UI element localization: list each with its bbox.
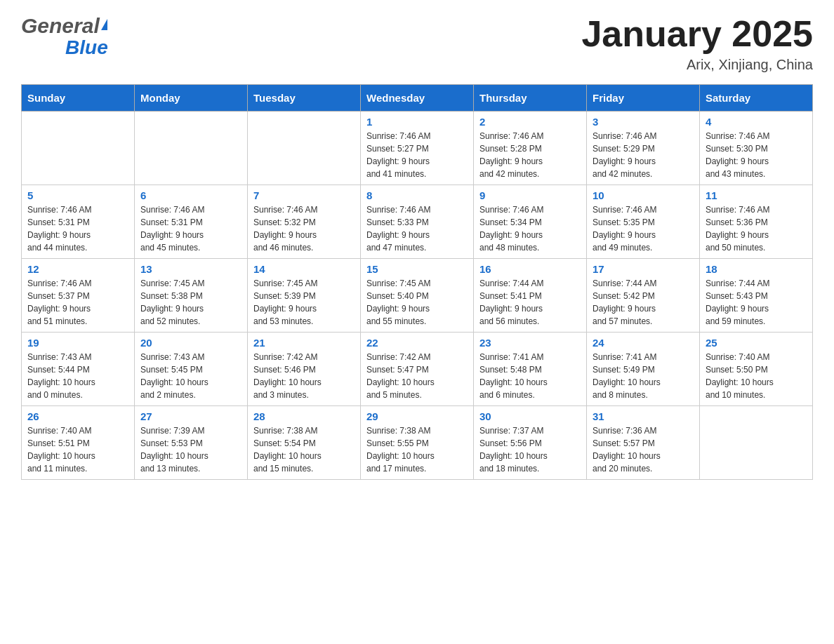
day-info: Sunrise: 7:46 AMSunset: 5:27 PMDaylight:… — [366, 130, 468, 180]
day-info: Sunrise: 7:46 AMSunset: 5:32 PMDaylight:… — [253, 203, 355, 254]
day-number: 30 — [479, 410, 581, 422]
day-info: Sunrise: 7:40 AMSunset: 5:51 PMDaylight:… — [27, 424, 128, 475]
day-info: Sunrise: 7:43 AMSunset: 5:44 PMDaylight:… — [27, 351, 128, 401]
day-info: Sunrise: 7:46 AMSunset: 5:29 PMDaylight:… — [593, 130, 694, 180]
day-number: 2 — [479, 116, 581, 128]
day-info: Sunrise: 7:38 AMSunset: 5:54 PMDaylight:… — [253, 424, 355, 475]
calendar-day-cell: 22Sunrise: 7:42 AMSunset: 5:47 PMDayligh… — [361, 333, 474, 406]
day-number: 19 — [27, 337, 128, 349]
day-number: 17 — [593, 263, 694, 275]
day-number: 18 — [706, 263, 807, 275]
day-info: Sunrise: 7:36 AMSunset: 5:57 PMDaylight:… — [593, 424, 694, 475]
title-block: January 2025 Arix, Xinjiang, China — [581, 14, 813, 73]
day-number: 21 — [253, 337, 355, 349]
page-header: General Blue January 2025 Arix, Xinjiang… — [21, 14, 813, 73]
calendar-day-cell — [22, 112, 135, 185]
calendar-day-header: Friday — [587, 85, 700, 112]
calendar-day-cell: 28Sunrise: 7:38 AMSunset: 5:54 PMDayligh… — [248, 406, 361, 480]
calendar-week-row: 5Sunrise: 7:46 AMSunset: 5:31 PMDaylight… — [22, 185, 813, 259]
day-number: 7 — [253, 189, 355, 201]
day-info: Sunrise: 7:42 AMSunset: 5:47 PMDaylight:… — [366, 351, 468, 401]
logo-general-text: General — [21, 14, 100, 37]
day-info: Sunrise: 7:46 AMSunset: 5:36 PMDaylight:… — [706, 203, 807, 254]
day-number: 5 — [27, 189, 128, 201]
day-number: 27 — [140, 410, 241, 422]
day-number: 9 — [479, 189, 581, 201]
calendar-day-cell: 21Sunrise: 7:42 AMSunset: 5:46 PMDayligh… — [248, 333, 361, 406]
calendar-week-row: 12Sunrise: 7:46 AMSunset: 5:37 PMDayligh… — [22, 259, 813, 333]
day-number: 25 — [706, 337, 807, 349]
calendar-day-cell: 11Sunrise: 7:46 AMSunset: 5:36 PMDayligh… — [700, 185, 813, 259]
day-info: Sunrise: 7:45 AMSunset: 5:39 PMDaylight:… — [253, 277, 355, 328]
day-info: Sunrise: 7:44 AMSunset: 5:43 PMDaylight:… — [706, 277, 807, 328]
day-number: 8 — [366, 189, 468, 201]
day-info: Sunrise: 7:37 AMSunset: 5:56 PMDaylight:… — [479, 424, 581, 475]
calendar-day-cell: 16Sunrise: 7:44 AMSunset: 5:41 PMDayligh… — [474, 259, 587, 333]
calendar-day-cell: 9Sunrise: 7:46 AMSunset: 5:34 PMDaylight… — [474, 185, 587, 259]
calendar-day-cell: 17Sunrise: 7:44 AMSunset: 5:42 PMDayligh… — [587, 259, 700, 333]
calendar-day-cell: 13Sunrise: 7:45 AMSunset: 5:38 PMDayligh… — [135, 259, 248, 333]
calendar-day-cell: 20Sunrise: 7:43 AMSunset: 5:45 PMDayligh… — [135, 333, 248, 406]
calendar-day-cell: 3Sunrise: 7:46 AMSunset: 5:29 PMDaylight… — [587, 112, 700, 185]
calendar-day-cell — [135, 112, 248, 185]
calendar-day-cell: 12Sunrise: 7:46 AMSunset: 5:37 PMDayligh… — [22, 259, 135, 333]
day-number: 22 — [366, 337, 468, 349]
calendar-day-header: Wednesday — [361, 85, 474, 112]
day-info: Sunrise: 7:43 AMSunset: 5:45 PMDaylight:… — [140, 351, 241, 401]
calendar-table: SundayMondayTuesdayWednesdayThursdayFrid… — [21, 84, 813, 480]
day-number: 28 — [253, 410, 355, 422]
calendar-day-cell: 24Sunrise: 7:41 AMSunset: 5:49 PMDayligh… — [587, 333, 700, 406]
day-info: Sunrise: 7:46 AMSunset: 5:30 PMDaylight:… — [706, 130, 807, 180]
day-info: Sunrise: 7:45 AMSunset: 5:38 PMDaylight:… — [140, 277, 241, 328]
day-info: Sunrise: 7:41 AMSunset: 5:49 PMDaylight:… — [593, 351, 694, 401]
calendar-day-cell: 6Sunrise: 7:46 AMSunset: 5:31 PMDaylight… — [135, 185, 248, 259]
calendar-day-cell: 15Sunrise: 7:45 AMSunset: 5:40 PMDayligh… — [361, 259, 474, 333]
day-info: Sunrise: 7:46 AMSunset: 5:35 PMDaylight:… — [593, 203, 694, 254]
day-info: Sunrise: 7:46 AMSunset: 5:33 PMDaylight:… — [366, 203, 468, 254]
calendar-header-row: SundayMondayTuesdayWednesdayThursdayFrid… — [22, 85, 813, 112]
calendar-day-cell: 5Sunrise: 7:46 AMSunset: 5:31 PMDaylight… — [22, 185, 135, 259]
calendar-day-cell: 2Sunrise: 7:46 AMSunset: 5:28 PMDaylight… — [474, 112, 587, 185]
calendar-day-header: Saturday — [700, 85, 813, 112]
calendar-day-header: Sunday — [22, 85, 135, 112]
day-number: 13 — [140, 263, 241, 275]
calendar-day-cell: 30Sunrise: 7:37 AMSunset: 5:56 PMDayligh… — [474, 406, 587, 480]
calendar-week-row: 19Sunrise: 7:43 AMSunset: 5:44 PMDayligh… — [22, 333, 813, 406]
month-year-title: January 2025 — [581, 14, 813, 54]
day-info: Sunrise: 7:41 AMSunset: 5:48 PMDaylight:… — [479, 351, 581, 401]
day-number: 20 — [140, 337, 241, 349]
logo-blue-text: Blue — [21, 37, 108, 59]
day-number: 11 — [706, 189, 807, 201]
calendar-day-cell: 4Sunrise: 7:46 AMSunset: 5:30 PMDaylight… — [700, 112, 813, 185]
day-info: Sunrise: 7:46 AMSunset: 5:31 PMDaylight:… — [27, 203, 128, 254]
calendar-day-cell: 10Sunrise: 7:46 AMSunset: 5:35 PMDayligh… — [587, 185, 700, 259]
day-number: 31 — [593, 410, 694, 422]
calendar-day-cell: 29Sunrise: 7:38 AMSunset: 5:55 PMDayligh… — [361, 406, 474, 480]
calendar-day-header: Monday — [135, 85, 248, 112]
calendar-day-cell: 31Sunrise: 7:36 AMSunset: 5:57 PMDayligh… — [587, 406, 700, 480]
calendar-week-row: 26Sunrise: 7:40 AMSunset: 5:51 PMDayligh… — [22, 406, 813, 480]
logo-triangle-icon — [101, 19, 107, 30]
calendar-day-cell: 26Sunrise: 7:40 AMSunset: 5:51 PMDayligh… — [22, 406, 135, 480]
calendar-day-cell: 25Sunrise: 7:40 AMSunset: 5:50 PMDayligh… — [700, 333, 813, 406]
calendar-day-cell: 18Sunrise: 7:44 AMSunset: 5:43 PMDayligh… — [700, 259, 813, 333]
calendar-day-cell — [700, 406, 813, 480]
day-number: 10 — [593, 189, 694, 201]
day-info: Sunrise: 7:44 AMSunset: 5:41 PMDaylight:… — [479, 277, 581, 328]
day-info: Sunrise: 7:46 AMSunset: 5:31 PMDaylight:… — [140, 203, 241, 254]
day-number: 12 — [27, 263, 128, 275]
calendar-body: 1Sunrise: 7:46 AMSunset: 5:27 PMDaylight… — [22, 112, 813, 480]
day-info: Sunrise: 7:46 AMSunset: 5:28 PMDaylight:… — [479, 130, 581, 180]
day-number: 1 — [366, 116, 468, 128]
day-info: Sunrise: 7:45 AMSunset: 5:40 PMDaylight:… — [366, 277, 468, 328]
day-number: 14 — [253, 263, 355, 275]
calendar-day-header: Thursday — [474, 85, 587, 112]
calendar-day-header: Tuesday — [248, 85, 361, 112]
calendar-day-cell — [248, 112, 361, 185]
calendar-day-cell: 1Sunrise: 7:46 AMSunset: 5:27 PMDaylight… — [361, 112, 474, 185]
day-number: 29 — [366, 410, 468, 422]
day-number: 24 — [593, 337, 694, 349]
location-subtitle: Arix, Xinjiang, China — [581, 57, 813, 73]
calendar-day-cell: 19Sunrise: 7:43 AMSunset: 5:44 PMDayligh… — [22, 333, 135, 406]
calendar-day-cell: 27Sunrise: 7:39 AMSunset: 5:53 PMDayligh… — [135, 406, 248, 480]
